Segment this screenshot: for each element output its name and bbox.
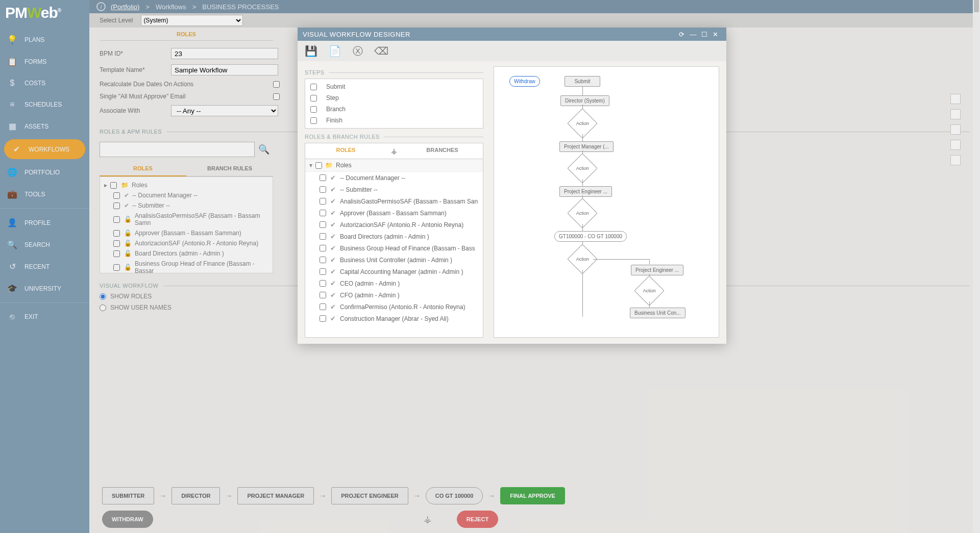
role-row[interactable]: ✔Construction Manager (Abrar - Syed Ali) bbox=[305, 313, 483, 324]
role-row[interactable]: ✔CFO (admin - Admin ) bbox=[305, 289, 483, 301]
close-icon[interactable]: ✕ bbox=[710, 31, 721, 38]
role-row[interactable]: ✔Business Unit Controller (admin - Admin… bbox=[305, 254, 483, 266]
diag-director[interactable]: Director (System) bbox=[560, 95, 609, 106]
pin-icon[interactable]: ⟳ bbox=[676, 31, 688, 38]
role-checkbox[interactable] bbox=[320, 221, 326, 228]
sidebar-item-recent[interactable]: ↺RECENT bbox=[0, 256, 89, 277]
role-checkbox[interactable] bbox=[320, 315, 326, 322]
roles-tree-bg[interactable]: ▸ 📁 Roles ✔ -- Document Manager -- ✔ -- … bbox=[100, 176, 273, 273]
step-checkbox[interactable] bbox=[310, 95, 317, 101]
diag-pm[interactable]: Project Manager (... bbox=[559, 141, 614, 152]
add-page-icon[interactable]: 📄 bbox=[329, 45, 341, 57]
bg-role-row[interactable]: 🔓 AutorizacionSAF (Antonio.R - Antonio R… bbox=[104, 238, 268, 248]
node-submitter[interactable]: SUBMITTER bbox=[102, 487, 154, 504]
roles-search-input[interactable] bbox=[100, 142, 255, 157]
bg-role-row[interactable]: 🔓 Approver (Bassam - Bassam Samman) bbox=[104, 228, 268, 238]
diag-co[interactable]: GT100000 - CO GT 100000 bbox=[554, 231, 627, 242]
role-checkbox[interactable] bbox=[320, 245, 326, 251]
diag-buc[interactable]: Business Unit Con... bbox=[630, 308, 685, 318]
role-checkbox[interactable] bbox=[320, 303, 326, 310]
role-row[interactable]: ✔AnalisisGastoPermisoSAF (Bassam - Bassa… bbox=[305, 195, 483, 207]
template-name-input[interactable] bbox=[171, 64, 278, 75]
roles-tab-header[interactable]: ROLES bbox=[100, 28, 273, 41]
tab-branch-rules[interactable]: BRANCH RULES bbox=[186, 161, 273, 176]
role-row[interactable]: ✔Business Group Head of Finance (Bassam … bbox=[305, 242, 483, 254]
info-icon[interactable]: i bbox=[96, 2, 106, 11]
cancel-icon[interactable]: ⓧ bbox=[353, 44, 363, 58]
outer-scrollbar[interactable] bbox=[973, 0, 980, 533]
minimize-icon[interactable]: — bbox=[688, 31, 699, 38]
bg-role-row[interactable]: ✔ -- Document Manager -- bbox=[104, 190, 268, 200]
sidebar-item-profile[interactable]: 👤PROFILE bbox=[0, 212, 89, 234]
role-checkbox[interactable] bbox=[320, 198, 326, 205]
step-checkbox[interactable] bbox=[310, 106, 317, 113]
bg-role-row[interactable]: ✔ -- Submitter -- bbox=[104, 200, 268, 211]
step-row[interactable]: Finish bbox=[310, 115, 478, 126]
role-row[interactable]: ✔-- Document Manager -- bbox=[305, 172, 483, 184]
role-checkbox[interactable] bbox=[320, 174, 326, 181]
breadcrumb-workflows[interactable]: Workflows bbox=[156, 3, 186, 11]
breadcrumb-portfolio[interactable]: (Portfolio) bbox=[111, 3, 139, 11]
sidebar-item-portfolio[interactable]: 🌐PORTFOLIO bbox=[0, 161, 89, 183]
role-checkbox[interactable] bbox=[320, 257, 326, 263]
node-pm[interactable]: PROJECT MANAGER bbox=[237, 487, 314, 504]
role-row[interactable]: ✔-- Submitter -- bbox=[305, 184, 483, 195]
radio-show-users[interactable] bbox=[100, 304, 106, 311]
role-row[interactable]: ✔ConfirmaPermiso (Antonio.R - Antonio Re… bbox=[305, 301, 483, 313]
node-final-approve[interactable]: FINAL APPROVE bbox=[500, 487, 565, 504]
tab-roles-dialog[interactable]: ROLES bbox=[305, 143, 386, 159]
associate-with-dropdown[interactable]: -- Any -- bbox=[171, 105, 278, 116]
step-row[interactable]: Branch bbox=[310, 104, 478, 115]
node-withdraw[interactable]: WITHDRAW bbox=[102, 511, 153, 528]
tab-roles[interactable]: ROLES bbox=[100, 161, 186, 176]
sidebar-item-schedules[interactable]: ≡SCHEDULES bbox=[0, 94, 89, 115]
node-co[interactable]: CO GT 100000 bbox=[426, 487, 483, 504]
diag-submit[interactable]: Submit bbox=[565, 76, 600, 87]
search-icon[interactable]: 🔍 bbox=[255, 142, 273, 157]
select-level-dropdown[interactable]: (System) bbox=[141, 15, 243, 26]
node-pe[interactable]: PROJECT ENGINEER bbox=[331, 487, 408, 504]
sidebar-item-university[interactable]: 🎓UNIVERSITY bbox=[0, 277, 89, 299]
step-checkbox[interactable] bbox=[310, 117, 317, 124]
tree-root[interactable]: ▾📁Roles bbox=[305, 159, 483, 172]
workflow-diagram[interactable]: Withdraw Submit Director (System) Action… bbox=[494, 66, 719, 338]
roles-tree[interactable]: ▾📁Roles✔-- Document Manager --✔-- Submit… bbox=[305, 159, 483, 338]
sidebar-item-plans[interactable]: 💡PLANS bbox=[0, 29, 89, 50]
sidebar-item-workflows[interactable]: ✔WORKFLOWS bbox=[4, 139, 85, 159]
role-checkbox[interactable] bbox=[320, 210, 326, 216]
node-director[interactable]: DIRECTOR bbox=[172, 487, 220, 504]
role-checkbox[interactable] bbox=[320, 186, 326, 193]
sidebar-item-exit[interactable]: ⎋EXIT bbox=[0, 306, 89, 327]
sidebar-item-tools[interactable]: 💼TOOLS bbox=[0, 183, 89, 205]
node-reject[interactable]: REJECT bbox=[457, 511, 498, 528]
single-approve-checkbox[interactable] bbox=[273, 93, 280, 100]
sidebar-item-assets[interactable]: ▦ASSETS bbox=[0, 115, 89, 137]
bg-role-row[interactable]: 🔓 Board Directors (admin - Admin ) bbox=[104, 248, 268, 259]
sidebar-item-costs[interactable]: $COSTS bbox=[0, 72, 89, 94]
diag-pe2[interactable]: Project Engineer ... bbox=[631, 265, 683, 275]
save-icon[interactable]: 💾 bbox=[305, 45, 317, 57]
role-row[interactable]: ✔Approver (Bassam - Bassam Samman) bbox=[305, 207, 483, 219]
role-row[interactable]: ✔Board Directors (admin - Admin ) bbox=[305, 231, 483, 242]
step-checkbox[interactable] bbox=[310, 84, 317, 90]
diag-withdraw[interactable]: Withdraw bbox=[509, 76, 540, 87]
step-row[interactable]: Submit bbox=[310, 81, 478, 92]
step-row[interactable]: Step bbox=[310, 92, 478, 104]
role-row[interactable]: ✔AutorizacionSAF (Antonio.R - Antonio Re… bbox=[305, 219, 483, 231]
tab-branches-dialog[interactable]: BRANCHES bbox=[402, 143, 483, 159]
role-row[interactable]: ✔Capital Accounting Manager (admin - Adm… bbox=[305, 266, 483, 277]
delete-icon[interactable]: ⌫ bbox=[374, 45, 388, 57]
bg-role-row[interactable]: 🔓 Business Group Head of Finance (Bassam… bbox=[104, 259, 268, 273]
maximize-icon[interactable]: ☐ bbox=[699, 31, 710, 38]
bg-role-row[interactable]: 🔓 AnalisisGastoPermisoSAF (Bassam - Bass… bbox=[104, 211, 268, 228]
diag-pe[interactable]: Project Engineer ... bbox=[559, 186, 612, 197]
sidebar-item-search[interactable]: 🔍SEARCH bbox=[0, 234, 89, 256]
role-checkbox[interactable] bbox=[320, 268, 326, 275]
role-checkbox[interactable] bbox=[320, 280, 326, 287]
role-row[interactable]: ✔CEO (admin - Admin ) bbox=[305, 277, 483, 289]
role-checkbox[interactable] bbox=[320, 233, 326, 240]
bpm-id-input[interactable] bbox=[171, 48, 278, 59]
recalc-checkbox[interactable] bbox=[273, 81, 280, 88]
role-checkbox[interactable] bbox=[320, 292, 326, 298]
sidebar-item-forms[interactable]: 📋FORMS bbox=[0, 50, 89, 72]
